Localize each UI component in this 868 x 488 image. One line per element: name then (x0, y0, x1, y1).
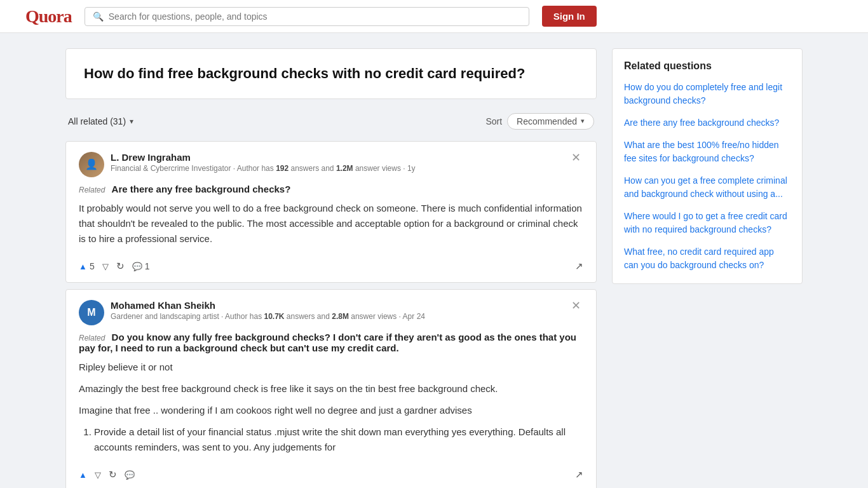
comment-button[interactable]: 1 (132, 261, 150, 271)
related-question-text: Are there any free background checks? (112, 184, 291, 194)
related-question-text: Do you know any fully free background ch… (79, 332, 576, 353)
filter-bar: All related (31) ▾ Sort Recommended ▾ (65, 107, 597, 136)
answer-paragraph-1: Ripley believe it or not (79, 360, 583, 375)
author-meta: Financial & Cybercrime Investigator · Au… (111, 164, 416, 173)
answer-list: Provide a detail list of your financial … (79, 424, 583, 455)
author-info: 👤 L. Drew Ingraham Financial & Cybercrim… (79, 152, 416, 177)
answer-paragraph-2: Amazingly the best free background check… (79, 381, 583, 396)
share-icon (575, 469, 583, 480)
downvote-icon (102, 261, 109, 271)
author-name[interactable]: Mohamed Khan Sheikh (111, 300, 425, 311)
search-bar: 🔍 (85, 7, 529, 26)
upvote-button[interactable] (79, 470, 87, 480)
action-bar: 5 1 (79, 255, 583, 272)
related-questions-title: Related questions (624, 60, 790, 72)
question-card: How do find free background checks with … (65, 48, 597, 99)
chevron-down-icon: ▾ (581, 117, 585, 125)
author-details: Mohamed Khan Sheikh Gardener and landsca… (111, 300, 425, 321)
related-question-link[interactable]: What are the best 100% free/no hidden fe… (624, 139, 790, 165)
author-info: M Mohamed Khan Sheikh Gardener and lands… (79, 300, 425, 325)
related-question-link[interactable]: Where would I go to get a free credit ca… (624, 210, 790, 236)
sidebar: Related questions How do you do complete… (612, 48, 803, 488)
answer-paragraph-3: Imagine that free .. wondering if I am c… (79, 403, 583, 418)
related-question-link[interactable]: Are there any free background checks? (624, 116, 790, 130)
repost-button[interactable] (109, 469, 117, 480)
answer-card: M Mohamed Khan Sheikh Gardener and lands… (65, 289, 597, 488)
vote-area (79, 469, 135, 480)
related-questions-card: Related questions How do you do complete… (612, 48, 803, 284)
header: Quora 🔍 Sign In (0, 0, 868, 33)
author-details: L. Drew Ingraham Financial & Cybercrime … (111, 152, 416, 173)
repost-icon (109, 469, 117, 480)
downvote-button[interactable] (102, 261, 109, 271)
repost-icon (116, 261, 125, 272)
related-tag: Related (79, 334, 105, 342)
related-tag: Related (79, 186, 105, 194)
close-button[interactable]: ✕ (569, 152, 583, 163)
main-content: How do find free background checks with … (65, 48, 597, 488)
comment-button[interactable] (125, 470, 135, 480)
downvote-button[interactable] (95, 470, 101, 480)
recommended-dropdown[interactable]: Recommended ▾ (507, 113, 594, 130)
list-item: Provide a detail list of your financial … (94, 424, 583, 455)
answer-header: M Mohamed Khan Sheikh Gardener and lands… (79, 300, 583, 325)
related-question-link[interactable]: What free, no credit card required app c… (624, 245, 790, 272)
page-layout: How do find free background checks with … (53, 33, 815, 488)
comment-count: 1 (145, 261, 150, 271)
avatar: 👤 (79, 152, 104, 177)
related-question-line: Related Do you know any fully free backg… (79, 332, 583, 353)
answer-card: 👤 L. Drew Ingraham Financial & Cybercrim… (65, 141, 597, 283)
share-button[interactable] (575, 261, 583, 272)
avatar: M (79, 300, 104, 325)
answer-text: It probably would not serve you well to … (79, 201, 583, 247)
close-button[interactable]: ✕ (569, 300, 583, 311)
chevron-down-icon: ▾ (130, 117, 133, 126)
comment-icon (132, 261, 142, 271)
upvote-button[interactable]: 5 (79, 261, 95, 271)
share-button[interactable] (575, 469, 583, 480)
signin-button[interactable]: Sign In (542, 6, 597, 27)
question-title: How do find free background checks with … (84, 64, 578, 83)
logo: Quora (25, 6, 72, 27)
downvote-icon (95, 470, 101, 480)
related-question-link[interactable]: How can you get a free complete criminal… (624, 174, 790, 201)
sort-area: Sort Recommended ▾ (485, 113, 594, 130)
repost-button[interactable] (116, 261, 125, 272)
share-icon (575, 261, 583, 272)
related-question-link[interactable]: How do you do completely free and legit … (624, 81, 790, 107)
upvote-icon (79, 261, 87, 271)
sort-label: Sort (485, 116, 502, 126)
search-icon: 🔍 (93, 11, 104, 22)
vote-area: 5 1 (79, 261, 149, 272)
recommended-label: Recommended (517, 116, 577, 126)
author-meta: Gardener and landscaping artist · Author… (111, 312, 425, 321)
comment-icon (125, 470, 135, 480)
author-name[interactable]: L. Drew Ingraham (111, 152, 416, 163)
action-bar (79, 464, 583, 480)
all-related-label: All related (31) (68, 116, 126, 126)
vote-count: 5 (90, 261, 95, 271)
upvote-icon (79, 470, 87, 480)
related-question-line: Related Are there any free background ch… (79, 184, 583, 194)
answer-header: 👤 L. Drew Ingraham Financial & Cybercrim… (79, 152, 583, 177)
all-related-dropdown[interactable]: All related (31) ▾ (68, 116, 133, 126)
search-input[interactable] (109, 11, 521, 22)
